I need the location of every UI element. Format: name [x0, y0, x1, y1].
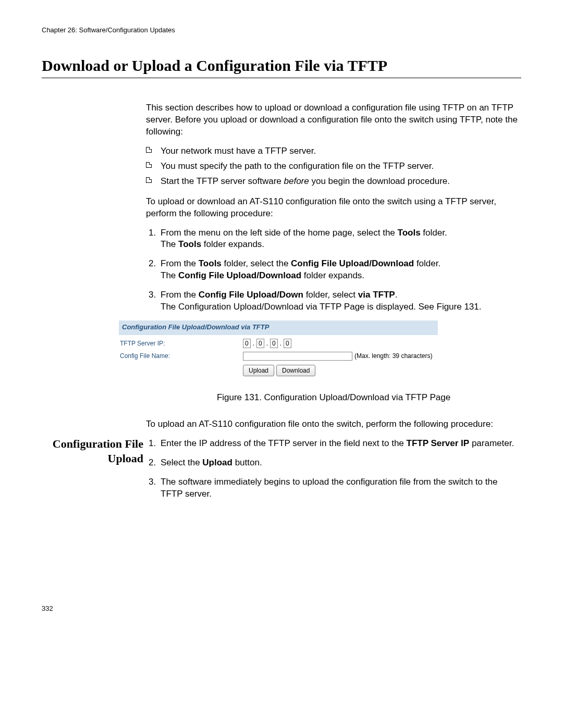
step-item: The software immediately begins to uploa…	[158, 476, 521, 500]
figure-caption: Figure 131. Configuration Upload/Downloa…	[146, 392, 521, 404]
ip-octet-input[interactable]: 0	[284, 339, 291, 348]
figure-screenshot: Configuration File Upload/Download via T…	[119, 320, 438, 382]
page-title: Download or Upload a Configuration File …	[42, 57, 521, 78]
figure-row-filename: Config File Name: (Max. length: 39 chara…	[120, 352, 437, 361]
list-item-text: Your network must have a TFTP server.	[161, 146, 316, 156]
page-number: 332	[42, 604, 53, 612]
ip-octet-input[interactable]: 0	[270, 339, 278, 348]
filename-hint: (Max. length: 39 characters)	[354, 352, 432, 360]
procedure-list: From the menu on the left side of the ho…	[146, 227, 521, 314]
lead-paragraph: To upload or download an AT-S110 configu…	[146, 196, 521, 220]
body-column: This section describes how to upload or …	[146, 102, 521, 500]
intro-paragraph: This section describes how to upload or …	[146, 102, 521, 138]
upload-button[interactable]: Upload	[243, 365, 274, 376]
step-item: From the menu on the left side of the ho…	[158, 227, 521, 251]
label-config-file-name: Config File Name:	[120, 352, 243, 360]
list-item-text: Start the TFTP server software before yo…	[161, 176, 450, 186]
download-button[interactable]: Download	[276, 365, 315, 376]
config-file-name-input[interactable]	[243, 352, 352, 361]
figure-body: TFTP Server IP: 0.0.0.0 Config File Name…	[119, 335, 438, 382]
bullet-icon	[146, 177, 152, 183]
figure-row-ip: TFTP Server IP: 0.0.0.0	[120, 339, 437, 348]
chapter-header: Chapter 26: Software/Configuration Updat…	[42, 26, 521, 34]
step-item: From the Config File Upload/Down folder,…	[158, 289, 521, 313]
side-heading-config-upload: Configuration File Upload	[42, 437, 143, 465]
bullet-icon	[146, 162, 152, 168]
step-item: From the Tools folder, select the Config…	[158, 258, 521, 282]
upload-procedure-list: Enter the IP address of the TFTP server …	[146, 438, 521, 500]
dot-separator: .	[253, 340, 254, 347]
label-tftp-server-ip: TFTP Server IP:	[120, 339, 243, 348]
dot-separator: .	[280, 340, 282, 347]
list-item: Your network must have a TFTP server.	[146, 145, 521, 157]
figure-header: Configuration File Upload/Download via T…	[119, 320, 438, 335]
ip-octet-input[interactable]: 0	[256, 339, 264, 348]
step-item: Enter the IP address of the TFTP server …	[158, 438, 521, 450]
notes-list: Your network must have a TFTP server. Yo…	[146, 145, 521, 188]
figure-button-row: Upload Download	[243, 365, 437, 376]
list-item-text: You must specify the path to the configu…	[161, 161, 434, 171]
page: Chapter 26: Software/Configuration Updat…	[0, 0, 563, 728]
upload-intro: To upload an AT-S110 configuration file …	[146, 418, 521, 430]
ip-octet-input[interactable]: 0	[243, 339, 251, 348]
list-item: You must specify the path to the configu…	[146, 161, 521, 172]
step-item: Select the Upload button.	[158, 457, 521, 469]
dot-separator: .	[266, 340, 268, 347]
bullet-icon	[146, 147, 152, 153]
list-item: Start the TFTP server software before yo…	[146, 176, 521, 188]
ip-input-group: 0.0.0.0	[243, 339, 291, 348]
